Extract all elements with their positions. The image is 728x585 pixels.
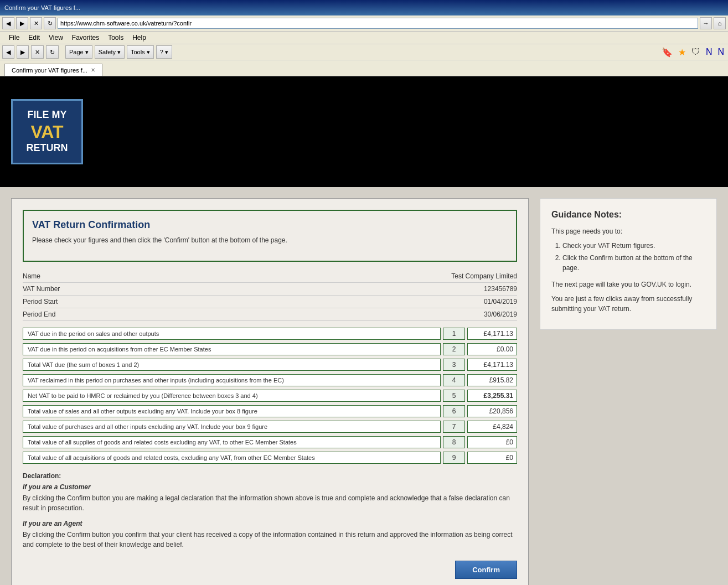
vat-description: VAT reclaimed in this period on purchase… bbox=[23, 374, 441, 386]
toolbar-icon-1: 🔖 bbox=[660, 47, 674, 58]
vat-description: VAT due in this period on acquisitions f… bbox=[23, 343, 441, 355]
toolbar-icon-3: 🛡 bbox=[690, 47, 702, 57]
refresh-button[interactable]: ↻ bbox=[44, 17, 56, 29]
name-value: Test Company Limited bbox=[451, 272, 517, 280]
guidance-note1: The next page will take you to GOV.UK to… bbox=[551, 279, 705, 289]
period-start-value: 01/04/2019 bbox=[484, 298, 517, 306]
toolbar-back[interactable]: ◀ bbox=[2, 45, 14, 59]
vat-row: Total VAT due (the sum of boxes 1 and 2)… bbox=[23, 359, 517, 371]
menu-tools[interactable]: Tools bbox=[104, 33, 128, 43]
vat-description: Total value of sales and all other outpu… bbox=[23, 405, 441, 417]
form-title: VAT Return Confirmation bbox=[32, 219, 508, 231]
period-start-label: Period Start bbox=[23, 298, 58, 306]
address-bar[interactable] bbox=[58, 18, 698, 29]
vat-row: Total value of all supplies of goods and… bbox=[23, 436, 517, 448]
toolbar-refresh[interactable]: ↻ bbox=[46, 45, 59, 59]
menu-view[interactable]: View bbox=[44, 33, 68, 43]
page-header: FILE MY VAT RETURN bbox=[0, 76, 728, 187]
menu-file[interactable]: File bbox=[4, 33, 24, 43]
main-form: VAT Return Confirmation Please check you… bbox=[11, 198, 529, 585]
menu-bar: File Edit View Favorites Tools Help bbox=[0, 32, 728, 44]
title-bar: Confirm your VAT figures f... bbox=[0, 0, 728, 15]
guidance-panel: Guidance Notes: This page needs you to: … bbox=[540, 198, 717, 330]
vat-box-number: 6 bbox=[443, 405, 465, 417]
toolbar-icon-5: N bbox=[716, 47, 726, 57]
name-label: Name bbox=[23, 272, 40, 280]
toolbar-page[interactable]: Page ▾ bbox=[65, 45, 92, 59]
menu-help[interactable]: Help bbox=[128, 33, 151, 43]
vat-amount: £0 bbox=[467, 452, 517, 464]
vat-row: Total value of sales and all other outpu… bbox=[23, 405, 517, 417]
stop-button[interactable]: ✕ bbox=[30, 17, 42, 29]
toolbar-icon-2: ★ bbox=[677, 47, 688, 58]
vat-row: Total value of all acquisitions of goods… bbox=[23, 452, 517, 464]
tab-title: Confirm your VAT figures f... bbox=[12, 67, 87, 74]
vat-number-label: VAT Number bbox=[23, 285, 60, 293]
guidance-step-1: Check your VAT Return figures. bbox=[562, 241, 705, 251]
vat-rows-container: VAT due in the period on sales and other… bbox=[23, 328, 517, 464]
vat-box-number: 2 bbox=[443, 343, 465, 355]
customer-text: By clicking the Confirm button you are m… bbox=[23, 493, 517, 513]
tab-close-button[interactable]: ✕ bbox=[91, 67, 95, 73]
confirm-row: Confirm bbox=[23, 561, 517, 579]
toolbar-stop[interactable]: ✕ bbox=[31, 45, 44, 59]
vat-description: VAT due in the period on sales and other… bbox=[23, 328, 441, 340]
vat-row: Total value of purchases and all other i… bbox=[23, 421, 517, 433]
tab-bar: Confirm your VAT figures f... ✕ bbox=[0, 60, 728, 76]
toolbar-help[interactable]: ? ▾ bbox=[156, 45, 172, 59]
vat-row: VAT due in the period on sales and other… bbox=[23, 328, 517, 340]
vat-box-number: 5 bbox=[443, 390, 465, 402]
go-button[interactable]: → bbox=[700, 17, 712, 29]
guidance-steps: Check your VAT Return figures. Click the… bbox=[551, 241, 705, 273]
vat-row: Net VAT to be paid to HMRC or reclaimed … bbox=[23, 390, 517, 402]
vat-amount: £4,171.13 bbox=[467, 359, 517, 371]
toolbar-safety[interactable]: Safety ▾ bbox=[95, 45, 125, 59]
vat-amount: £3,255.31 bbox=[467, 390, 517, 402]
home-button[interactable]: ⌂ bbox=[714, 17, 726, 29]
vat-box-number: 1 bbox=[443, 328, 465, 340]
logo-line3: RETURN bbox=[24, 142, 70, 154]
toolbar: ◀ ▶ ✕ ↻ Page ▾ Safety ▾ Tools ▾ ? ▾ 🔖 ★ … bbox=[0, 44, 728, 60]
vat-box-number: 7 bbox=[443, 421, 465, 433]
vat-box-number: 3 bbox=[443, 359, 465, 371]
vat-amount: £0.00 bbox=[467, 343, 517, 355]
active-tab[interactable]: Confirm your VAT figures f... ✕ bbox=[4, 64, 102, 76]
forward-button[interactable]: ▶ bbox=[16, 17, 28, 29]
customer-subtitle: If you are a Customer bbox=[23, 483, 517, 491]
period-start-row: Period Start 01/04/2019 bbox=[23, 296, 517, 308]
period-end-row: Period End 30/06/2019 bbox=[23, 308, 517, 321]
guidance-note2: You are just a few clicks away from succ… bbox=[551, 294, 705, 314]
vat-amount: £4,824 bbox=[467, 421, 517, 433]
guidance-intro: This page needs you to: bbox=[551, 226, 705, 236]
agent-subtitle: If you are an Agent bbox=[23, 520, 517, 527]
back-button[interactable]: ◀ bbox=[2, 17, 14, 29]
vat-amount: £0 bbox=[467, 436, 517, 448]
vat-amount: £20,856 bbox=[467, 405, 517, 417]
logo: FILE MY VAT RETURN bbox=[11, 99, 83, 164]
confirm-button[interactable]: Confirm bbox=[455, 561, 517, 579]
guidance-step-2: Click the Confirm button at the bottom o… bbox=[562, 253, 705, 273]
vat-number-row: VAT Number 123456789 bbox=[23, 283, 517, 296]
toolbar-tools[interactable]: Tools ▾ bbox=[127, 45, 154, 59]
vat-description: Total value of purchases and all other i… bbox=[23, 421, 441, 433]
form-border: VAT Return Confirmation Please check you… bbox=[23, 210, 517, 262]
vat-amount: £4,171.13 bbox=[467, 328, 517, 340]
logo-line1: FILE MY bbox=[24, 109, 70, 121]
menu-favorites[interactable]: Favorites bbox=[68, 33, 104, 43]
declaration-section: Declaration: If you are a Customer By cl… bbox=[23, 472, 517, 550]
content-area: VAT Return Confirmation Please check you… bbox=[0, 187, 728, 585]
period-end-label: Period End bbox=[23, 310, 55, 318]
vat-row: VAT reclaimed in this period on purchase… bbox=[23, 374, 517, 386]
menu-edit[interactable]: Edit bbox=[24, 33, 44, 43]
vat-row: VAT due in this period on acquisitions f… bbox=[23, 343, 517, 355]
vat-description: Total value of all supplies of goods and… bbox=[23, 436, 441, 448]
toolbar-fwd[interactable]: ▶ bbox=[17, 45, 29, 59]
declaration-title: Declaration: bbox=[23, 472, 517, 480]
vat-description: Total value of all acquisitions of goods… bbox=[23, 452, 441, 464]
vat-description: Total VAT due (the sum of boxes 1 and 2) bbox=[23, 359, 441, 371]
form-instruction: Please check your figures and then click… bbox=[32, 236, 508, 244]
window-title: Confirm your VAT figures f... bbox=[4, 4, 80, 11]
vat-description: Net VAT to be paid to HMRC or reclaimed … bbox=[23, 390, 441, 402]
vat-box-number: 8 bbox=[443, 436, 465, 448]
toolbar-icon-4: N bbox=[704, 47, 714, 57]
